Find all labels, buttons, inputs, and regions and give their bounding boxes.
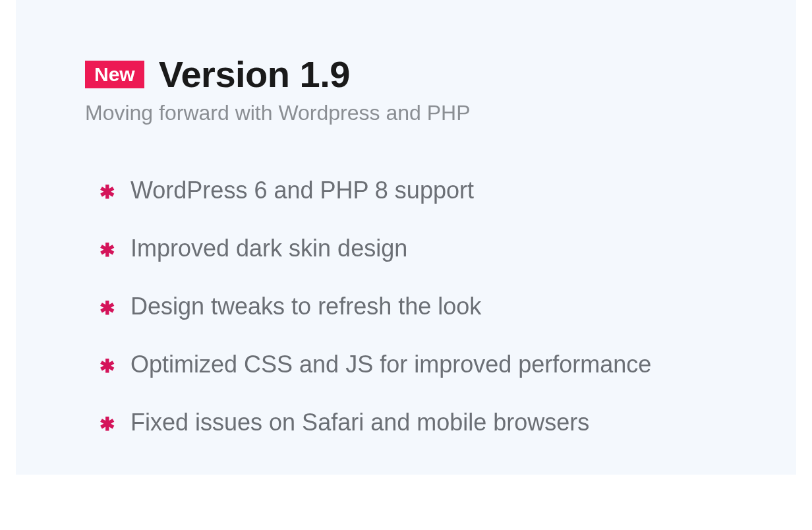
features-list: ✱ WordPress 6 and PHP 8 support ✱ Improv… bbox=[85, 177, 743, 436]
asterisk-icon: ✱ bbox=[100, 183, 115, 202]
asterisk-icon: ✱ bbox=[100, 241, 115, 260]
list-item: ✱ WordPress 6 and PHP 8 support bbox=[100, 177, 743, 204]
asterisk-icon: ✱ bbox=[100, 299, 115, 318]
header-row: New Version 1.9 bbox=[85, 53, 743, 96]
list-item: ✱ Improved dark skin design bbox=[100, 235, 743, 262]
new-badge: New bbox=[85, 61, 144, 88]
list-item: ✱ Fixed issues on Safari and mobile brow… bbox=[100, 409, 743, 436]
asterisk-icon: ✱ bbox=[100, 415, 115, 434]
feature-text: Design tweaks to refresh the look bbox=[130, 293, 481, 320]
feature-text: WordPress 6 and PHP 8 support bbox=[130, 177, 474, 204]
feature-text: Optimized CSS and JS for improved perfor… bbox=[130, 351, 651, 378]
feature-text: Improved dark skin design bbox=[130, 235, 407, 262]
asterisk-icon: ✱ bbox=[100, 357, 115, 376]
list-item: ✱ Optimized CSS and JS for improved perf… bbox=[100, 351, 743, 378]
feature-text: Fixed issues on Safari and mobile browse… bbox=[130, 409, 589, 436]
release-card: New Version 1.9 Moving forward with Word… bbox=[16, 0, 796, 475]
subtitle: Moving forward with Wordpress and PHP bbox=[85, 101, 743, 125]
list-item: ✱ Design tweaks to refresh the look bbox=[100, 293, 743, 320]
version-title: Version 1.9 bbox=[159, 53, 350, 96]
